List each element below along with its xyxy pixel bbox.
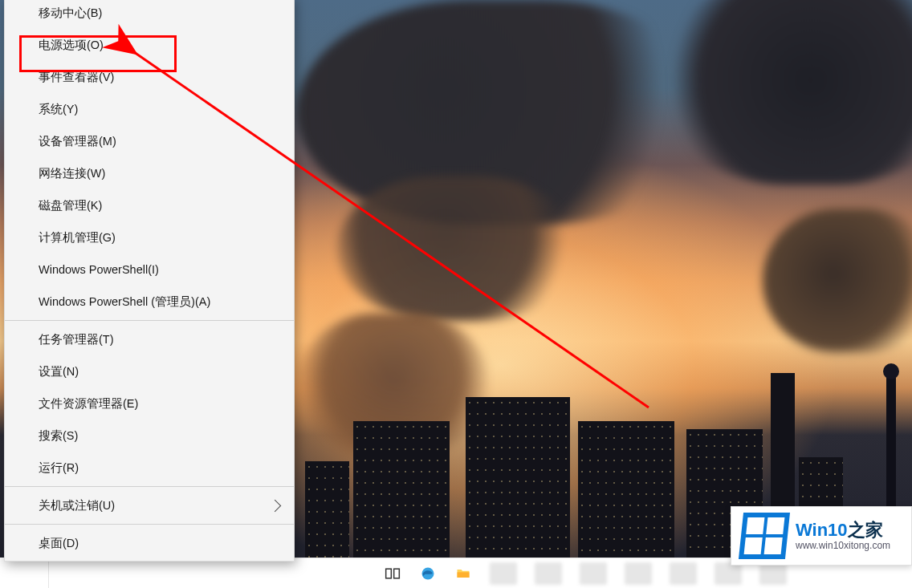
menu-item-label: 移动中心(B) xyxy=(39,6,102,21)
menu-item-label: 网络连接(W) xyxy=(39,166,105,181)
menu-item-run[interactable]: 运行(R) xyxy=(5,452,294,484)
menu-item-mobility-center[interactable]: 移动中心(B) xyxy=(5,0,294,29)
menu-item-settings[interactable]: 设置(N) xyxy=(5,355,294,387)
taskbar-app-placeholder[interactable] xyxy=(535,562,562,585)
menu-item-system[interactable]: 系统(Y) xyxy=(5,93,294,125)
menu-item-powershell[interactable]: Windows PowerShell(I) xyxy=(5,253,294,286)
file-explorer-icon[interactable] xyxy=(454,565,472,582)
menu-item-label: 关机或注销(U) xyxy=(39,498,115,513)
menu-item-label: 事件查看器(V) xyxy=(39,70,114,85)
svg-rect-4 xyxy=(458,572,470,578)
menu-item-disk-management[interactable]: 磁盘管理(K) xyxy=(5,189,294,221)
menu-item-label: 系统(Y) xyxy=(39,102,78,117)
menu-item-device-manager[interactable]: 设备管理器(M) xyxy=(5,125,294,157)
taskbar-app-placeholder[interactable] xyxy=(490,562,517,585)
menu-item-label: 任务管理器(T) xyxy=(39,332,114,347)
menu-item-label: 运行(R) xyxy=(39,460,79,476)
menu-item-label: 搜索(S) xyxy=(39,428,78,444)
taskbar-app-placeholder[interactable] xyxy=(625,562,652,585)
menu-item-powershell-admin[interactable]: Windows PowerShell (管理员)(A) xyxy=(5,286,294,318)
menu-item-label: 桌面(D) xyxy=(39,536,79,551)
menu-item-task-manager[interactable]: 任务管理器(T) xyxy=(5,323,294,355)
submenu-chevron-icon xyxy=(269,499,282,512)
svg-rect-2 xyxy=(394,569,400,578)
task-view-icon[interactable] xyxy=(384,565,401,582)
menu-item-search[interactable]: 搜索(S) xyxy=(5,420,294,452)
menu-item-network-connections[interactable]: 网络连接(W) xyxy=(5,157,294,189)
taskbar-pinned-apps xyxy=(384,562,787,585)
taskbar-app-placeholder[interactable] xyxy=(670,562,697,585)
watermark-url: www.win10xitong.com xyxy=(796,541,890,552)
menu-item-file-explorer[interactable]: 文件资源管理器(E) xyxy=(5,387,294,420)
menu-item-label: 计算机管理(G) xyxy=(39,230,116,245)
edge-icon[interactable] xyxy=(419,565,437,582)
taskbar-app-placeholder[interactable] xyxy=(580,562,607,585)
menu-separator xyxy=(5,486,294,487)
menu-item-label: 磁盘管理(K) xyxy=(39,198,102,213)
windows-logo-icon xyxy=(739,513,790,559)
menu-item-label: 电源选项(O) xyxy=(39,38,104,53)
menu-item-label: Windows PowerShell(I) xyxy=(39,263,159,276)
menu-separator xyxy=(5,320,294,321)
winx-context-menu: 移动中心(B) 电源选项(O) 事件查看器(V) 系统(Y) 设备管理器(M) … xyxy=(4,0,295,562)
menu-item-event-viewer[interactable]: 事件查看器(V) xyxy=(5,61,294,93)
watermark-badge: Win10之家 www.win10xitong.com xyxy=(731,506,912,566)
menu-item-computer-management[interactable]: 计算机管理(G) xyxy=(5,221,294,253)
svg-rect-1 xyxy=(386,569,392,578)
menu-separator xyxy=(5,524,294,525)
menu-item-label: 设置(N) xyxy=(39,364,79,379)
taskbar-left-edge xyxy=(0,558,49,588)
watermark-title: Win10之家 xyxy=(796,520,890,540)
menu-item-desktop[interactable]: 桌面(D) xyxy=(5,527,294,559)
menu-item-label: Windows PowerShell (管理员)(A) xyxy=(39,294,210,310)
menu-item-label: 文件资源管理器(E) xyxy=(39,396,138,412)
menu-item-power-options[interactable]: 电源选项(O) xyxy=(5,29,294,61)
menu-item-label: 设备管理器(M) xyxy=(39,134,116,149)
menu-item-shutdown-signout[interactable]: 关机或注销(U) xyxy=(5,489,294,521)
